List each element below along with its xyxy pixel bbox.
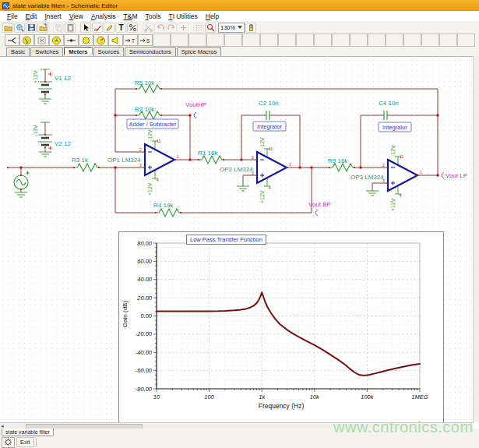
ammeter-button[interactable]: A — [49, 34, 64, 46]
draw-tool-button[interactable] — [104, 23, 114, 33]
svg-text:80.00: 80.00 — [137, 240, 153, 247]
copy-icon — [55, 23, 63, 32]
text-tool-button[interactable]: T — [115, 23, 126, 33]
select-cursor-button[interactable] — [80, 23, 91, 33]
opamp-op1[interactable] — [145, 141, 174, 178]
voltmeter-icon: V — [22, 36, 32, 45]
menu-analysis[interactable]: Analysis — [87, 12, 120, 20]
svg-text:1k: 1k — [259, 393, 266, 400]
opamp-op2[interactable] — [257, 149, 287, 186]
battery-icon — [247, 23, 255, 32]
opamp-op3[interactable] — [388, 157, 417, 194]
wire-tool-button[interactable] — [92, 23, 103, 33]
label-op2: OP2 LM324 — [220, 166, 253, 173]
svg-text:10k: 10k — [310, 393, 320, 400]
signal-source-vg1[interactable] — [14, 171, 30, 190]
label-r1: R1 16k — [198, 150, 218, 157]
svg-text:3: 3 — [252, 171, 254, 175]
menu-ti-utilities[interactable]: TI Utilities — [164, 12, 201, 20]
voltage-probe-button[interactable] — [5, 34, 19, 46]
indicator-button[interactable] — [93, 34, 108, 46]
open-file-button[interactable] — [2, 23, 13, 33]
label-v2: V2 12 — [55, 140, 71, 147]
battery-v2[interactable] — [38, 135, 52, 145]
magnifier-icon — [206, 23, 215, 32]
export-folder-icon — [39, 23, 48, 32]
schematic-drawing[interactable]: Adder / Subtracter Integrator Integrator… — [0, 57, 474, 241]
add-button[interactable] — [178, 23, 188, 33]
annotation-op2: Integrator — [257, 123, 283, 130]
save-button[interactable] — [26, 23, 37, 33]
text-icon: T — [117, 23, 125, 32]
node-icon — [66, 36, 76, 45]
speaker-icon — [111, 36, 121, 45]
interactive-mode-button[interactable] — [245, 23, 256, 33]
svg-text:2: 2 — [139, 147, 142, 152]
cut-button[interactable] — [143, 23, 153, 33]
menu-tm[interactable]: T&M — [120, 12, 142, 20]
menu-edit[interactable]: Edit — [22, 12, 41, 20]
component-tabs: Basic Switches Meters Sources Semiconduc… — [0, 47, 479, 56]
resistor-r3[interactable] — [74, 164, 99, 171]
multimeter-button[interactable] — [34, 34, 49, 46]
app-window: state variable filterr - Schematic Edito… — [0, 0, 479, 448]
undo-button[interactable] — [154, 23, 165, 33]
battery-v1[interactable] — [38, 82, 52, 92]
svg-text:11: 11 — [400, 154, 403, 159]
paste-icon — [66, 23, 75, 32]
resistor-r4[interactable] — [156, 209, 181, 217]
transfer-spectrum-button[interactable]: S — [138, 34, 153, 46]
net-voutbp: Vout BP — [308, 201, 331, 208]
svg-text:4: 4 — [400, 193, 402, 198]
schematic-editor-canvas[interactable]: Adder / Subtracter Integrator Integrator… — [0, 56, 474, 423]
tab-basic[interactable]: Basic — [6, 47, 30, 56]
node-button[interactable] — [64, 34, 79, 46]
resistor-r9[interactable] — [329, 164, 354, 171]
menu-help[interactable]: Help — [202, 12, 223, 20]
svg-text:-80.00: -80.00 — [136, 386, 153, 393]
tab-meters[interactable]: Meters — [64, 47, 92, 56]
svg-text:1: 1 — [289, 162, 291, 167]
web-search-button[interactable] — [14, 23, 25, 33]
symbol-tool-button[interactable] — [127, 23, 138, 33]
export-button[interactable] — [37, 23, 48, 33]
tab-semiconductors[interactable]: Semiconductors — [125, 47, 176, 56]
resistor-r1[interactable] — [199, 156, 224, 164]
paste-button[interactable] — [65, 23, 76, 33]
svg-text:S: S — [146, 38, 150, 44]
pencil-icon — [105, 23, 114, 32]
interactive-mode-indicator[interactable] — [2, 437, 15, 448]
sheet-tab[interactable]: state variable filter — [2, 429, 54, 436]
tab-spice-macros[interactable]: Spice Macros — [177, 47, 221, 56]
label-r4: R4 19k — [153, 202, 174, 209]
capacitor-c2[interactable] — [266, 111, 269, 120]
svg-text:1MEG: 1MEG — [411, 393, 428, 400]
rail-pos-op2: +12V — [259, 190, 265, 203]
grid-toggle-button[interactable] — [193, 23, 204, 33]
svg-text:-60.00: -60.00 — [136, 367, 153, 374]
signal-lamp-button[interactable] — [79, 34, 93, 46]
svg-text:60.00: 60.00 — [137, 258, 153, 265]
zoom-level-select[interactable]: 130% — [218, 23, 245, 33]
tab-switches[interactable]: Switches — [30, 47, 63, 56]
redo-button[interactable] — [166, 23, 177, 33]
capacitor-c4[interactable] — [384, 111, 387, 120]
tab-sources[interactable]: Sources — [93, 47, 125, 56]
net-vouthp: VoutHP — [185, 101, 206, 108]
menu-insert[interactable]: Insert — [41, 12, 65, 20]
voltmeter-button[interactable]: V — [19, 34, 34, 46]
menu-tools[interactable]: Tools — [142, 12, 165, 20]
meters-toolbar: V A T S — [0, 34, 479, 48]
menu-view[interactable]: View — [65, 12, 87, 20]
speaker-button[interactable] — [108, 34, 123, 46]
vertical-scrollbar[interactable] — [473, 56, 479, 422]
copy-button[interactable] — [53, 23, 64, 33]
svg-text:A: A — [55, 38, 58, 43]
zoom-button[interactable] — [205, 23, 216, 33]
chart-object[interactable]: 80.0060.0040.0020.000.00-20.00-40.00-60.… — [118, 231, 444, 425]
menu-file[interactable]: File — [3, 12, 22, 20]
svg-text:3: 3 — [139, 163, 142, 168]
wire-icon — [93, 23, 102, 32]
transfer-time-button[interactable]: T — [123, 34, 138, 46]
exit-button[interactable]: Exit — [16, 437, 34, 447]
